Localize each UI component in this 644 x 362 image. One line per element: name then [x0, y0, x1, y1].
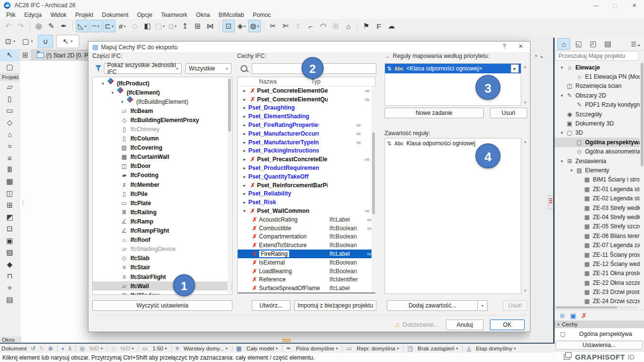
ok-button[interactable]: OK — [490, 320, 525, 330]
project-map-row[interactable]: ▦ BIM1 Ściany i stropy — [555, 175, 640, 184]
shell-tool-icon[interactable]: ≈ — [8, 142, 12, 150]
opening-tool-icon[interactable]: ⊡ — [7, 224, 13, 233]
redo-icon[interactable]: ↷ — [15, 20, 27, 32]
visualization-palette-icon[interactable]: ◔ ▾ — [533, 52, 543, 60]
object-tool-icon[interactable]: ⊓ — [7, 272, 13, 280]
quick-option[interactable]: ▭ — [345, 345, 353, 352]
project-map-row[interactable]: ▦ ZE-22 Okna szczegółowe — [555, 278, 640, 287]
property-row[interactable]: ▸ ✗ Pset_ConcreteElementGeneral ∞ — [238, 86, 375, 95]
quick-option[interactable]: Warstwy domy... ▸ — [182, 346, 229, 351]
expander-open-icon[interactable]: ▾ — [109, 90, 116, 95]
quick-option[interactable]: ↻ — [38, 345, 45, 352]
expander-closed-icon[interactable]: ▸ — [241, 183, 248, 188]
inject-parameters-icon[interactable]: ✒ — [58, 20, 70, 32]
expander-open-icon[interactable]: ▾ — [558, 130, 565, 135]
lamp-tool-icon[interactable]: ✧ — [7, 284, 13, 292]
project-map-row[interactable]: ▦ ZE-05 Strefy szczegółowe — [555, 222, 640, 231]
project-map-row[interactable]: ◫ Rozwinięcia ścian — [555, 82, 640, 91]
mapping-rule-item[interactable]: ⇅ Abc <Klasa odporności ogniowej> ▸ — [385, 64, 521, 73]
list-scrollbar[interactable] — [372, 86, 375, 292]
maximize-button[interactable]: ▢ — [605, 0, 625, 11]
delete-rule-button[interactable]: Usuń — [490, 108, 527, 118]
scroll-down-icon[interactable]: ▼ — [523, 289, 527, 293]
quick-option[interactable]: ✒ — [286, 345, 292, 352]
magic-wand-icon[interactable]: ⌂ — [343, 20, 354, 32]
tree-hscrollbar[interactable] — [556, 306, 638, 309]
dialog-help-button[interactable]: ? — [500, 43, 509, 50]
find-select-icon[interactable]: ◎ — [33, 20, 44, 32]
adjust-icon[interactable]: ✄ — [280, 20, 291, 32]
quick-option[interactable]: ◇ — [110, 345, 116, 352]
expander-closed-icon[interactable]: ▸ — [241, 157, 248, 162]
ifc-class-row[interactable]: ▾ (IfcBuildingElement) — [93, 97, 232, 106]
guide-lines-icon[interactable]: ┄ ▾ — [89, 20, 102, 32]
project-map-row[interactable]: ▦ ZE-11 Ściany proste — [555, 250, 640, 259]
panel-resize-grip[interactable]: ⋮ — [20, 199, 26, 206]
ifc-class-row[interactable]: ▾ (IfcElement) — [93, 88, 232, 97]
add-view-icon[interactable]: ⊕ — [559, 312, 565, 320]
expander-closed-icon[interactable]: ▸ — [241, 105, 248, 110]
arrow-tool-icon[interactable]: ↖ — [7, 51, 13, 59]
quick-option[interactable] — [403, 345, 403, 352]
quick-option[interactable] — [462, 345, 463, 352]
expander-closed-icon[interactable]: ▸ — [241, 114, 248, 119]
expander-open-icon[interactable]: ▾ — [241, 209, 248, 213]
project-map-row[interactable]: ▦ ZE-01 Legenda stref — [555, 184, 640, 194]
project-map-row[interactable]: ▦ ZE-06 Bilans terenu — [555, 231, 640, 240]
graphisoft-id-bar[interactable]: GRAPHISOFT ID — [555, 351, 644, 362]
expander-open-icon[interactable]: ▾ — [100, 81, 106, 86]
quick-option[interactable]: ◬ — [466, 345, 472, 352]
quick-option[interactable]: N/D ▸ — [118, 346, 135, 351]
column-type[interactable]: Typ — [309, 78, 320, 85]
door-tool-icon[interactable]: ◫ — [6, 189, 13, 198]
warning-button[interactable]: ⚠ Ostrzeżenie... — [394, 320, 440, 330]
property-row[interactable]: ▸ Pset_ManufacturerTypeInformat... ∞ — [238, 138, 375, 147]
project-map-icon[interactable]: ⌂ — [558, 38, 570, 50]
toolbar-drag-handle[interactable] — [282, 339, 291, 342]
snap-grid-icon[interactable]: # ▾ — [116, 20, 128, 32]
project-map-row[interactable]: ▾ ⊞ Zestawienia — [555, 156, 640, 166]
property-row[interactable]: ✗ Combustible IfcBoolean ∞ — [238, 224, 375, 233]
editing-plane-icon[interactable]: ◧ — [142, 20, 153, 32]
window-tool-icon[interactable]: ⊞ — [7, 201, 13, 209]
tree-vscrollbar[interactable] — [640, 63, 644, 309]
delete-content-button[interactable]: Usuń — [503, 300, 527, 311]
quick-option[interactable]: N/D ▸ — [87, 346, 104, 351]
expander-open-icon[interactable]: ▾ — [558, 159, 565, 164]
menu-item[interactable]: Projekt — [71, 12, 98, 18]
marquee-menu-icon[interactable]: ⊡ ▾ — [3, 35, 17, 48]
ifc-class-row[interactable]: ∠ IfcRamp — [93, 217, 232, 226]
project-map-row[interactable]: ▦ ZE-23 Drzwi proste — [555, 287, 640, 296]
expander-closed-icon[interactable]: ▸ — [241, 88, 248, 93]
expander-open-icon[interactable]: ▾ — [558, 93, 565, 98]
quick-option[interactable]: Etap domyślny ▸ — [474, 346, 517, 351]
ifc-class-row[interactable]: ≡ IfcStair — [93, 263, 232, 272]
property-row[interactable]: ▸ ✗ Pset_PrecastConcreteElementGe... ∞ — [238, 155, 375, 164]
project-map-row[interactable]: ◇ Ogólna aksonometria — [555, 147, 640, 156]
quick-option[interactable] — [232, 345, 232, 352]
ifc-class-row[interactable]: ▱ IfcBeam — [93, 106, 232, 115]
quick-option[interactable]: ▦ — [235, 345, 243, 352]
roof-tool-icon[interactable]: ⌂ — [7, 130, 12, 139]
quick-option[interactable] — [75, 345, 76, 352]
add-content-button[interactable]: Dodaj zawartość... — [387, 300, 478, 311]
menu-item[interactable]: Dokument — [98, 12, 133, 18]
quick-option[interactable]: λ — [68, 345, 72, 352]
dialog-close-button[interactable]: ✕ — [516, 43, 525, 50]
property-row[interactable]: ▸ Pset_Reliability — [238, 190, 375, 198]
wall-tool-icon[interactable]: ▱ — [7, 83, 13, 91]
ifc-domain-filter-select[interactable]: Wszystkie ▾ — [186, 63, 231, 74]
quick-option[interactable] — [57, 345, 57, 352]
ifc-class-row[interactable]: ▭ IfcPlate — [93, 198, 232, 208]
project-map-row[interactable]: ◉ Szczegóły — [555, 110, 640, 119]
property-row[interactable]: ▸ Pset_ProductRequirements — [238, 164, 375, 172]
view-settings-button[interactable]: Ustawienia... — [556, 341, 643, 349]
property-row[interactable]: ▸ Pset_ElementShading — [238, 112, 375, 121]
ifc-class-row[interactable]: ▰ IfcFooting — [93, 171, 232, 180]
organizer-icon[interactable]: ⊞ — [192, 20, 203, 32]
project-map-row[interactable]: ▾ ✎ Obszary 2D — [555, 91, 640, 100]
quick-option[interactable]: Repr. domyślna ▸ — [355, 346, 400, 351]
group-icon[interactable]: ▢ ▾ — [154, 20, 166, 32]
favorites-icon[interactable]: F — [373, 20, 385, 32]
scroll-up-icon[interactable]: ▲ — [523, 139, 527, 144]
